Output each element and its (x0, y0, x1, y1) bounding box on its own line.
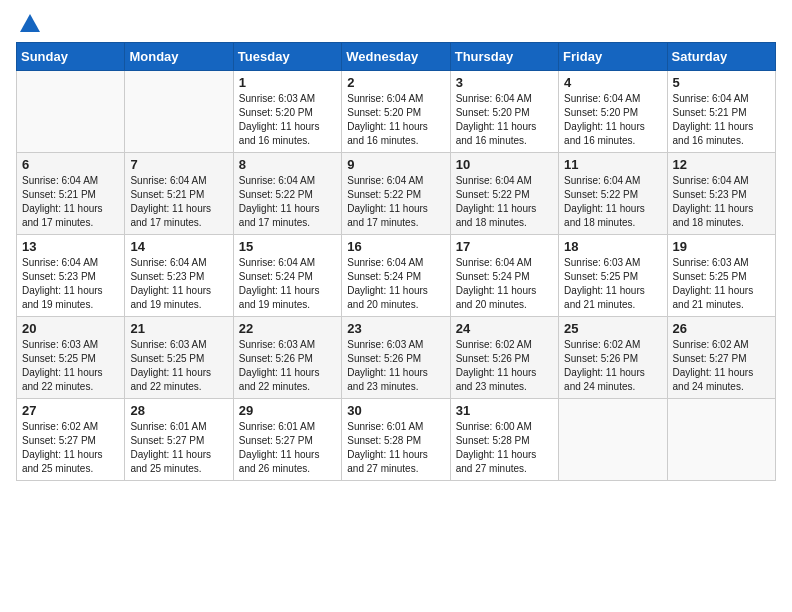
day-info: Sunrise: 6:02 AM Sunset: 5:27 PM Dayligh… (673, 338, 770, 394)
logo-triangle-icon (20, 14, 40, 32)
calendar-cell (667, 399, 775, 481)
day-number: 21 (130, 321, 227, 336)
day-number: 4 (564, 75, 661, 90)
day-info: Sunrise: 6:04 AM Sunset: 5:22 PM Dayligh… (456, 174, 553, 230)
day-number: 22 (239, 321, 336, 336)
day-info: Sunrise: 6:00 AM Sunset: 5:28 PM Dayligh… (456, 420, 553, 476)
day-number: 14 (130, 239, 227, 254)
calendar-cell: 4Sunrise: 6:04 AM Sunset: 5:20 PM Daylig… (559, 71, 667, 153)
weekday-header-saturday: Saturday (667, 43, 775, 71)
calendar-cell: 24Sunrise: 6:02 AM Sunset: 5:26 PM Dayli… (450, 317, 558, 399)
day-info: Sunrise: 6:04 AM Sunset: 5:24 PM Dayligh… (239, 256, 336, 312)
calendar-cell: 8Sunrise: 6:04 AM Sunset: 5:22 PM Daylig… (233, 153, 341, 235)
day-info: Sunrise: 6:04 AM Sunset: 5:21 PM Dayligh… (130, 174, 227, 230)
day-number: 19 (673, 239, 770, 254)
day-number: 26 (673, 321, 770, 336)
day-info: Sunrise: 6:03 AM Sunset: 5:25 PM Dayligh… (673, 256, 770, 312)
calendar-cell: 28Sunrise: 6:01 AM Sunset: 5:27 PM Dayli… (125, 399, 233, 481)
day-info: Sunrise: 6:02 AM Sunset: 5:27 PM Dayligh… (22, 420, 119, 476)
calendar-cell: 7Sunrise: 6:04 AM Sunset: 5:21 PM Daylig… (125, 153, 233, 235)
calendar-cell: 10Sunrise: 6:04 AM Sunset: 5:22 PM Dayli… (450, 153, 558, 235)
calendar-cell: 25Sunrise: 6:02 AM Sunset: 5:26 PM Dayli… (559, 317, 667, 399)
day-info: Sunrise: 6:04 AM Sunset: 5:23 PM Dayligh… (22, 256, 119, 312)
day-info: Sunrise: 6:04 AM Sunset: 5:22 PM Dayligh… (239, 174, 336, 230)
calendar-cell: 12Sunrise: 6:04 AM Sunset: 5:23 PM Dayli… (667, 153, 775, 235)
weekday-header-sunday: Sunday (17, 43, 125, 71)
calendar-week-row: 6Sunrise: 6:04 AM Sunset: 5:21 PM Daylig… (17, 153, 776, 235)
day-info: Sunrise: 6:04 AM Sunset: 5:23 PM Dayligh… (130, 256, 227, 312)
calendar-cell: 11Sunrise: 6:04 AM Sunset: 5:22 PM Dayli… (559, 153, 667, 235)
calendar-cell: 1Sunrise: 6:03 AM Sunset: 5:20 PM Daylig… (233, 71, 341, 153)
day-number: 23 (347, 321, 444, 336)
weekday-header-wednesday: Wednesday (342, 43, 450, 71)
day-info: Sunrise: 6:04 AM Sunset: 5:23 PM Dayligh… (673, 174, 770, 230)
day-number: 17 (456, 239, 553, 254)
day-info: Sunrise: 6:01 AM Sunset: 5:28 PM Dayligh… (347, 420, 444, 476)
day-number: 5 (673, 75, 770, 90)
day-number: 30 (347, 403, 444, 418)
calendar-cell: 2Sunrise: 6:04 AM Sunset: 5:20 PM Daylig… (342, 71, 450, 153)
calendar-cell: 29Sunrise: 6:01 AM Sunset: 5:27 PM Dayli… (233, 399, 341, 481)
calendar-table: SundayMondayTuesdayWednesdayThursdayFrid… (16, 42, 776, 481)
calendar-cell: 5Sunrise: 6:04 AM Sunset: 5:21 PM Daylig… (667, 71, 775, 153)
day-number: 27 (22, 403, 119, 418)
day-info: Sunrise: 6:01 AM Sunset: 5:27 PM Dayligh… (239, 420, 336, 476)
calendar-cell: 15Sunrise: 6:04 AM Sunset: 5:24 PM Dayli… (233, 235, 341, 317)
day-info: Sunrise: 6:04 AM Sunset: 5:24 PM Dayligh… (456, 256, 553, 312)
weekday-header-thursday: Thursday (450, 43, 558, 71)
day-number: 16 (347, 239, 444, 254)
day-number: 29 (239, 403, 336, 418)
calendar-cell: 19Sunrise: 6:03 AM Sunset: 5:25 PM Dayli… (667, 235, 775, 317)
calendar-cell: 6Sunrise: 6:04 AM Sunset: 5:21 PM Daylig… (17, 153, 125, 235)
calendar-cell: 16Sunrise: 6:04 AM Sunset: 5:24 PM Dayli… (342, 235, 450, 317)
calendar-cell: 18Sunrise: 6:03 AM Sunset: 5:25 PM Dayli… (559, 235, 667, 317)
weekday-header-monday: Monday (125, 43, 233, 71)
day-info: Sunrise: 6:04 AM Sunset: 5:24 PM Dayligh… (347, 256, 444, 312)
calendar-week-row: 1Sunrise: 6:03 AM Sunset: 5:20 PM Daylig… (17, 71, 776, 153)
day-info: Sunrise: 6:02 AM Sunset: 5:26 PM Dayligh… (564, 338, 661, 394)
day-info: Sunrise: 6:04 AM Sunset: 5:21 PM Dayligh… (22, 174, 119, 230)
calendar-cell: 9Sunrise: 6:04 AM Sunset: 5:22 PM Daylig… (342, 153, 450, 235)
day-info: Sunrise: 6:04 AM Sunset: 5:22 PM Dayligh… (347, 174, 444, 230)
day-info: Sunrise: 6:03 AM Sunset: 5:26 PM Dayligh… (239, 338, 336, 394)
calendar-cell (125, 71, 233, 153)
day-number: 18 (564, 239, 661, 254)
weekday-header-row: SundayMondayTuesdayWednesdayThursdayFrid… (17, 43, 776, 71)
day-number: 31 (456, 403, 553, 418)
day-info: Sunrise: 6:03 AM Sunset: 5:20 PM Dayligh… (239, 92, 336, 148)
day-number: 25 (564, 321, 661, 336)
calendar-cell: 27Sunrise: 6:02 AM Sunset: 5:27 PM Dayli… (17, 399, 125, 481)
day-info: Sunrise: 6:04 AM Sunset: 5:21 PM Dayligh… (673, 92, 770, 148)
day-info: Sunrise: 6:04 AM Sunset: 5:22 PM Dayligh… (564, 174, 661, 230)
calendar-cell: 30Sunrise: 6:01 AM Sunset: 5:28 PM Dayli… (342, 399, 450, 481)
calendar-week-row: 13Sunrise: 6:04 AM Sunset: 5:23 PM Dayli… (17, 235, 776, 317)
day-number: 24 (456, 321, 553, 336)
day-info: Sunrise: 6:03 AM Sunset: 5:25 PM Dayligh… (130, 338, 227, 394)
calendar-cell (17, 71, 125, 153)
day-number: 3 (456, 75, 553, 90)
calendar-cell: 26Sunrise: 6:02 AM Sunset: 5:27 PM Dayli… (667, 317, 775, 399)
calendar-cell: 21Sunrise: 6:03 AM Sunset: 5:25 PM Dayli… (125, 317, 233, 399)
day-number: 15 (239, 239, 336, 254)
day-info: Sunrise: 6:03 AM Sunset: 5:26 PM Dayligh… (347, 338, 444, 394)
calendar-cell: 20Sunrise: 6:03 AM Sunset: 5:25 PM Dayli… (17, 317, 125, 399)
calendar-week-row: 27Sunrise: 6:02 AM Sunset: 5:27 PM Dayli… (17, 399, 776, 481)
calendar-cell: 13Sunrise: 6:04 AM Sunset: 5:23 PM Dayli… (17, 235, 125, 317)
day-number: 28 (130, 403, 227, 418)
day-number: 11 (564, 157, 661, 172)
calendar-week-row: 20Sunrise: 6:03 AM Sunset: 5:25 PM Dayli… (17, 317, 776, 399)
calendar-cell: 3Sunrise: 6:04 AM Sunset: 5:20 PM Daylig… (450, 71, 558, 153)
day-info: Sunrise: 6:04 AM Sunset: 5:20 PM Dayligh… (564, 92, 661, 148)
calendar-cell: 17Sunrise: 6:04 AM Sunset: 5:24 PM Dayli… (450, 235, 558, 317)
day-info: Sunrise: 6:04 AM Sunset: 5:20 PM Dayligh… (456, 92, 553, 148)
day-number: 2 (347, 75, 444, 90)
day-number: 8 (239, 157, 336, 172)
day-number: 10 (456, 157, 553, 172)
day-number: 12 (673, 157, 770, 172)
day-info: Sunrise: 6:04 AM Sunset: 5:20 PM Dayligh… (347, 92, 444, 148)
calendar-cell: 22Sunrise: 6:03 AM Sunset: 5:26 PM Dayli… (233, 317, 341, 399)
calendar-cell: 23Sunrise: 6:03 AM Sunset: 5:26 PM Dayli… (342, 317, 450, 399)
day-number: 7 (130, 157, 227, 172)
day-info: Sunrise: 6:01 AM Sunset: 5:27 PM Dayligh… (130, 420, 227, 476)
page-header (16, 16, 776, 32)
